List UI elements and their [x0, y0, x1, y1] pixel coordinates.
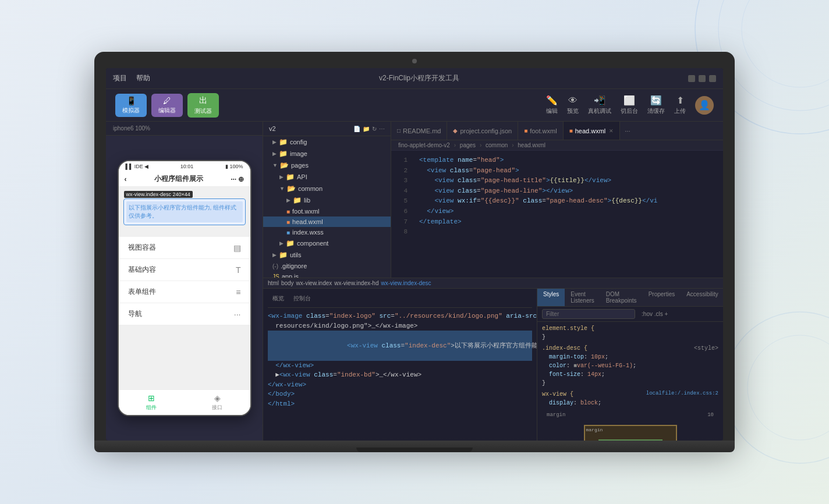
upload-icon: ⬆: [676, 95, 684, 106]
git-icon: (-): [272, 263, 278, 269]
menu-item-project[interactable]: 项目: [113, 73, 127, 83]
tree-item-common[interactable]: ▼ 📂 common: [263, 183, 391, 194]
wxml-active-icon: ■: [569, 127, 573, 134]
tab-project-config[interactable]: ◆ project.config.json: [447, 122, 518, 140]
editor-breadcrumb: fino-applet-demo-v2 › pages › common › h…: [391, 140, 723, 151]
dom-bc-body[interactable]: body: [281, 280, 294, 286]
toolbar-action-debug[interactable]: 📲 真机调试: [588, 95, 611, 115]
tree-item-index-wxss[interactable]: ■ index.wxss: [263, 227, 391, 237]
debug-icon: 📲: [594, 95, 605, 106]
list-item[interactable]: 导航 ···: [119, 303, 250, 325]
tab-head-wxml[interactable]: ■ head.wxml ✕: [564, 122, 621, 140]
toolbar-btn-editor[interactable]: 🖊 编辑器: [151, 94, 183, 117]
phone-status-bar: ▌▌ IDE ◀ 10:01 ▮ 100%: [119, 161, 250, 172]
dom-line-selected[interactable]: <wx-view class="index-desc">以下将展示小程序官方组件…: [268, 331, 532, 361]
clear-icon: 🔄: [650, 95, 662, 106]
tree-item-component[interactable]: ▶ 📁 component: [263, 237, 391, 249]
line-num: 8: [398, 227, 408, 237]
devtools-content: 概览 控制台 <wx-image class="index-logo" src=…: [263, 289, 723, 441]
dom-line: resources/kind/logo.png">_</wx-image>: [268, 321, 532, 331]
styles-filter-input[interactable]: [542, 309, 635, 319]
box-model-margin-text: margin: [586, 427, 603, 432]
box-model: margin padding 240 × 44 -: [584, 425, 677, 441]
tab-interface-icon: ◈: [214, 393, 221, 403]
list-item-icon-2: ≡: [236, 288, 240, 297]
dom-bc-index[interactable]: wx-view.index: [296, 280, 332, 286]
styles-filter: :hov .cls +: [537, 307, 723, 322]
tab-component-label: 组件: [146, 404, 157, 411]
devtools-tab-elements[interactable]: 概览: [268, 293, 289, 305]
tree-item-label: foot.wxml: [292, 208, 319, 215]
tree-item-utils[interactable]: ▶ 📁 utils: [263, 249, 391, 261]
folder-icon: 📁: [279, 251, 288, 259]
styles-tab-styles[interactable]: Styles: [537, 289, 565, 306]
new-folder-icon[interactable]: 📁: [363, 126, 370, 132]
preview-panel: iphone6 100% ▌▌ IDE ◀ 10:01 ▮ 100% ‹: [106, 122, 263, 441]
close-button[interactable]: [709, 75, 716, 82]
folder-icon: 📁: [279, 138, 288, 146]
tree-item-image[interactable]: ▶ 📁 image: [263, 148, 391, 159]
editor-icon: 🖊: [163, 96, 171, 105]
tree-item-lib[interactable]: ▶ 📁 lib: [263, 194, 391, 206]
box-model-margin-value: 10: [707, 412, 714, 418]
expand-icon: ▶: [272, 252, 277, 258]
list-item[interactable]: 视图容器 ▤: [119, 237, 250, 259]
styles-tab-access[interactable]: Accessibility: [681, 289, 723, 306]
line-num: 4: [398, 186, 408, 197]
dom-bc-html[interactable]: html: [268, 280, 279, 286]
collapse-icon[interactable]: ⋯: [379, 126, 385, 132]
tab-foot-wxml[interactable]: ■ foot.wxml: [518, 122, 564, 140]
wxml-icon: ■: [286, 219, 290, 225]
list-item[interactable]: 基础内容 T: [119, 259, 250, 281]
tree-item-gitignore[interactable]: (-) .gitignore: [263, 261, 391, 271]
tab-component-icon: ⊞: [148, 393, 155, 403]
style-selector: wx-view {: [542, 391, 573, 397]
styles-hint: :hov .cls +: [642, 311, 668, 317]
list-item[interactable]: 表单组件 ≡: [119, 281, 250, 303]
style-val: 10px: [591, 354, 605, 360]
menu-item-help[interactable]: 帮助: [136, 73, 150, 83]
toolbar-btn-tester[interactable]: 出 测试器: [187, 93, 219, 118]
toolbar-action-background[interactable]: ⬜ 切后台: [621, 95, 638, 115]
dom-bc-desc[interactable]: wx-view.index-desc: [381, 280, 431, 286]
tab-close-icon[interactable]: ✕: [609, 128, 614, 134]
toolbar-action-edit[interactable]: ✏️ 编辑: [546, 95, 558, 115]
tree-item-foot-wxml[interactable]: ■ foot.wxml: [263, 206, 391, 216]
line-num: 1: [398, 155, 408, 166]
new-file-icon[interactable]: 📄: [353, 126, 360, 132]
refresh-icon[interactable]: ↻: [372, 126, 377, 132]
background-label: 切后台: [621, 107, 638, 115]
user-avatar[interactable]: 👤: [695, 96, 714, 115]
breadcrumb-item-0: fino-applet-demo-v2: [398, 142, 450, 148]
toolbar-action-clear[interactable]: 🔄 清缓存: [647, 95, 665, 115]
phone-frame: ▌▌ IDE ◀ 10:01 ▮ 100% ‹ 小程序组件展示 ··· ⊕: [118, 160, 251, 416]
toolbar-action-upload[interactable]: ⬆ 上传: [674, 95, 686, 115]
tester-label: 测试器: [194, 107, 212, 115]
tree-item-label: .gitignore: [281, 262, 307, 269]
tree-item-api[interactable]: ▶ 📁 API: [263, 171, 391, 183]
dom-bc-hd[interactable]: wx-view.index-hd: [334, 280, 378, 286]
code-area[interactable]: <template name="head"> <view class="page…: [412, 151, 723, 278]
tree-item-config[interactable]: ▶ 📁 config: [263, 136, 391, 148]
maximize-button[interactable]: [699, 75, 706, 82]
devtools-tab-console[interactable]: 控制台: [289, 293, 316, 305]
background-icon: ⬜: [623, 95, 635, 106]
toolbar-action-preview[interactable]: 👁 预览: [567, 95, 579, 115]
phone-tab-interface[interactable]: ◈ 接口: [212, 393, 222, 411]
styles-panel: Styles Event Listeners DOM Breakpoints P…: [537, 289, 723, 441]
tab-readme[interactable]: □ README.md: [391, 122, 447, 140]
title-bar: 项目 帮助 v2-FinClip小程序开发工具: [106, 68, 723, 89]
json-tab-icon: ◆: [453, 127, 458, 134]
expand-icon: ▶: [279, 240, 284, 246]
tree-item-appjs[interactable]: JS app.js: [263, 271, 391, 278]
phone-tab-component[interactable]: ⊞ 组件: [146, 393, 157, 411]
wxss-icon: ■: [286, 229, 290, 236]
toolbar-btn-simulator[interactable]: 📱 模拟器: [115, 94, 147, 117]
minimize-button[interactable]: [688, 75, 695, 82]
styles-tab-props[interactable]: Properties: [643, 289, 681, 306]
styles-tab-events[interactable]: Event Listeners: [565, 289, 600, 306]
tab-more-icon[interactable]: ···: [620, 127, 635, 134]
styles-tab-dom-bp[interactable]: DOM Breakpoints: [600, 289, 643, 306]
tree-item-pages[interactable]: ▼ 📂 pages: [263, 159, 391, 171]
tree-item-head-wxml[interactable]: ■ head.wxml: [263, 216, 391, 227]
